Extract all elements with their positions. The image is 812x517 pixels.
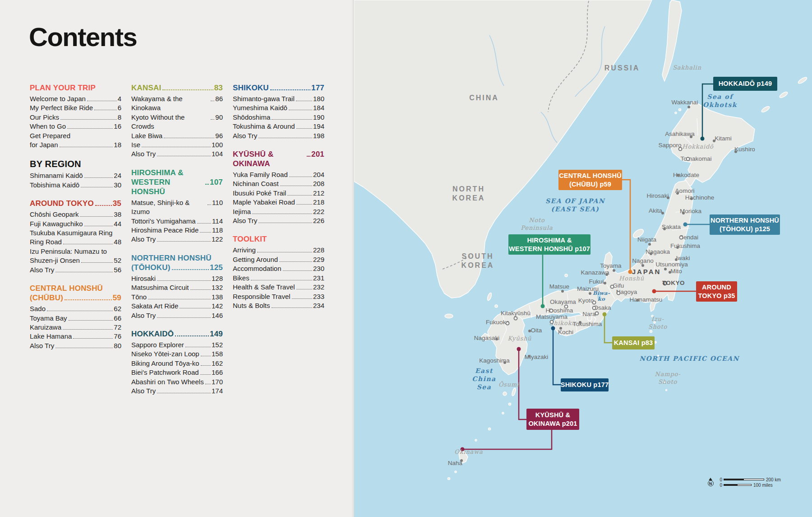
toc-section: CENTRAL HONSHŪ(CHŪBU)59Sado62Toyama Bay6… <box>30 284 121 350</box>
toc-heading: TOOLKIT <box>233 234 324 244</box>
leader-dots <box>201 365 211 366</box>
toc-page-number: 234 <box>313 301 324 310</box>
leader-dots <box>200 374 211 375</box>
map-city-dot-marker <box>661 212 664 214</box>
leader-dots <box>60 119 117 120</box>
toc-page-number: 149 <box>210 329 223 339</box>
toc-item: Maple Yabakei Road218 <box>233 198 324 207</box>
toc-item: Kyoto Without the Crowds90 <box>131 113 223 131</box>
map-city-dot-marker <box>641 264 644 267</box>
toc-heading-line: BY REGION <box>30 158 121 169</box>
map-geo-label: Sea ofOkhotsk <box>703 93 737 109</box>
toc-item: Also Try104 <box>131 149 223 158</box>
toc-page-number: 222 <box>313 207 324 216</box>
leader-dots <box>157 156 211 156</box>
toc-item-text: Also Try <box>131 149 156 158</box>
toc-item: Biking Around Tōya-ko162 <box>131 359 223 368</box>
toc-item: Matsue, Shinji-ko & Izumo110 <box>131 198 223 217</box>
toc-item-line: Shimanto-gawa Trail180 <box>233 94 324 103</box>
toc-item-line: Nichinan Coast208 <box>233 179 324 188</box>
toc-heading: KANSAI83 <box>131 83 223 93</box>
toc-item-line: My Perfect Bike Ride6 <box>30 103 121 112</box>
toc-page-number: 212 <box>313 189 324 198</box>
leader-dots <box>157 317 211 318</box>
toc-item-line: Abashiri on Two Wheels170 <box>131 377 223 387</box>
map-geo-label: SEA OF JAPAN(EAST SEA) <box>545 197 605 214</box>
toc-page-number: 62 <box>114 304 121 313</box>
toc-item: Tsukuba Kasumigaura RingRing Road48 <box>30 228 121 247</box>
toc-item-text: Nuts & Bolts <box>233 301 270 310</box>
map-city-label: Akita <box>649 207 662 214</box>
map-city-dot-marker <box>664 268 667 270</box>
toc-item-text: Tōno <box>131 293 147 302</box>
map-city-dot-marker <box>682 212 685 214</box>
toc-item: Get Preparedfor Japan18 <box>30 131 121 150</box>
toc-item: Lake Biwa96 <box>131 131 223 140</box>
toc-heading: AROUND TOKYO35 <box>30 199 121 208</box>
toc-item-text: Shuzen-ji Onsen <box>30 256 80 265</box>
map-callout-kyushu-okinawa: KYŪSHŪ &OKINAWA p201 <box>526 409 579 430</box>
toc-column-2: KANSAI83Wakayama & the Kinokawa86Kyoto W… <box>131 83 223 405</box>
toc-heading-line: TOOLKIT <box>233 234 324 244</box>
toc-item: Health & Safe Travel232 <box>233 283 324 292</box>
toc-heading-line: WESTERN HONSHŪ107 <box>131 177 223 196</box>
toc-item-line: Accommodation230 <box>233 264 324 273</box>
map-city-label: Tokushima <box>573 320 602 328</box>
toc-page-number: 72 <box>114 323 121 332</box>
toc-page-number: 8 <box>118 113 121 122</box>
map-geo-label: NORTH PACIFIC OCEAN <box>639 355 739 363</box>
toc-item: Izu Peninsula: Numazu toShuzen-ji Onsen5… <box>30 247 121 265</box>
map-city-label: Hachinohe <box>685 194 715 201</box>
toc-item: Sapporo Explorer152 <box>131 340 223 349</box>
toc-heading-line: CENTRAL HONSHŪ <box>30 284 121 293</box>
toc-page-number: 204 <box>313 170 324 179</box>
toc-item-text: Also Try <box>233 131 257 140</box>
toc-page-number: 56 <box>114 265 121 275</box>
toc-heading-text: SHIKOKU <box>233 83 269 93</box>
toc-item: When to Go16 <box>30 122 121 131</box>
map-city-ring-marker <box>514 317 518 321</box>
map-city-dot-marker <box>579 321 581 324</box>
map-city-dot-marker <box>495 338 498 340</box>
toc-page-number: 231 <box>313 274 324 283</box>
toc-item-text: Karuizawa <box>30 323 61 332</box>
map-city-label: Fukushima <box>670 242 700 250</box>
map-city-label: Nara <box>582 310 595 318</box>
map-city-dot-marker <box>676 246 679 249</box>
map-city-label: Okayama <box>550 298 576 306</box>
map-city-label: Fukui <box>589 278 604 285</box>
toc-page-number: 229 <box>313 255 324 264</box>
toc-section: TOOLKITArriving228Getting Around229Accom… <box>233 234 324 310</box>
toc-item-text: Ibusuki Poké Trail <box>233 189 286 198</box>
toc-item-line: Iejima222 <box>233 207 324 216</box>
toc-item: Also Try198 <box>233 131 324 140</box>
leader-dots <box>73 338 113 339</box>
toc-page-number: 96 <box>215 131 223 140</box>
toc-item-text: Also Try <box>131 311 156 320</box>
toc-page-number: 228 <box>313 246 324 255</box>
toc-item-line: Bikes231 <box>233 274 324 283</box>
toc-item-text: Lake Hamana <box>30 332 72 341</box>
toc-page-number: 146 <box>212 311 223 320</box>
scale-row-miles: 0 100 miles <box>718 482 781 488</box>
leader-dots <box>55 272 113 272</box>
leader-dots <box>279 261 312 262</box>
toc-page-number: 100 <box>212 140 223 149</box>
toc-item-text: Welcome to Japan <box>30 94 86 103</box>
toc-item: Also Try146 <box>131 311 223 320</box>
toc-item: Sado62 <box>30 304 121 313</box>
map-labels-layer: RUSSIACHINANORTHKOREASOUTHKOREAJAPANSEA … <box>354 0 812 517</box>
toc-item-line: Biei's Patchwork Road166 <box>131 368 223 377</box>
toc-heading-text: WESTERN HONSHŪ <box>131 177 204 196</box>
scale-zero: 0 <box>718 483 722 488</box>
map-city-dot-marker <box>528 355 531 358</box>
map-city-label: Kitami <box>715 135 732 142</box>
toc-heading: HOKKAIDŌ149 <box>131 329 223 339</box>
leader-dots <box>296 128 312 129</box>
toc-page-number: 48 <box>114 238 121 247</box>
leader-dots <box>200 232 211 233</box>
toc-item-line: for Japan18 <box>30 140 121 149</box>
toc-item-line: Our Picks8 <box>30 113 121 122</box>
toc-page-number: 114 <box>212 217 223 226</box>
toc-item-text: Shimanto-gawa Trail <box>233 94 295 103</box>
